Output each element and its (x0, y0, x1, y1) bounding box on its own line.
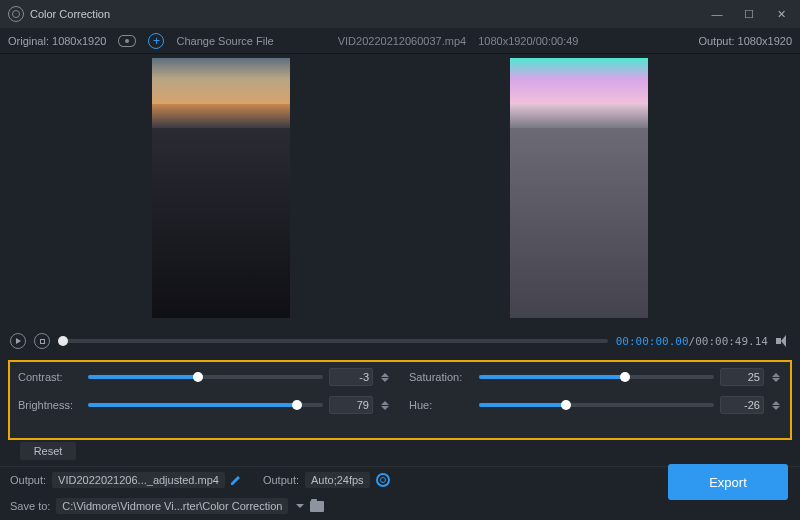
title-bar: Color Correction — ☐ ✕ (0, 0, 800, 28)
output-settings-field[interactable]: Auto;24fps (305, 472, 370, 488)
hue-spinner[interactable] (772, 401, 782, 410)
contrast-spinner[interactable] (381, 373, 391, 382)
minimize-button[interactable]: — (710, 8, 724, 21)
window-title: Color Correction (30, 8, 110, 20)
hue-slider[interactable] (479, 403, 714, 407)
preview-toggle-icon[interactable] (118, 35, 136, 47)
maximize-button[interactable]: ☐ (742, 8, 756, 21)
timeline-track[interactable] (58, 339, 608, 343)
original-dimensions-label: Original: 1080x1920 (8, 35, 106, 47)
adjusted-preview (510, 58, 648, 318)
contrast-thumb[interactable] (193, 372, 203, 382)
hue-thumb[interactable] (561, 400, 571, 410)
current-time: 00:00:00.00 (616, 335, 689, 348)
brightness-label: Brightness: (18, 399, 82, 411)
contrast-value[interactable]: -3 (329, 368, 373, 386)
color-controls-panel: Contrast: -3 Saturation: 25 Brightness: (8, 360, 792, 440)
saturation-thumb[interactable] (620, 372, 630, 382)
output-dimensions-label: Output: 1080x1920 (698, 35, 792, 47)
output-settings-icon[interactable] (376, 473, 390, 487)
saturation-label: Saturation: (409, 371, 473, 383)
transport-bar: 00:00:00.00/00:00:49.14 (0, 326, 800, 356)
duration: /00:00:49.14 (689, 335, 768, 348)
preview-area (0, 54, 800, 326)
output-settings-label: Output: (263, 474, 299, 486)
play-button[interactable] (10, 333, 26, 349)
output-filename-text: VID2022021206..._adjusted.mp4 (58, 474, 219, 486)
contrast-slider[interactable] (88, 375, 323, 379)
saturation-row: Saturation: 25 (409, 368, 782, 386)
save-path-dropdown-icon[interactable] (296, 504, 304, 508)
stop-button[interactable] (34, 333, 50, 349)
volume-icon[interactable] (776, 335, 790, 347)
hue-row: Hue: -26 (409, 396, 782, 414)
output-filename-label: Output: (10, 474, 46, 486)
brightness-thumb[interactable] (292, 400, 302, 410)
output-settings-text: Auto;24fps (311, 474, 364, 486)
contrast-row: Contrast: -3 (18, 368, 391, 386)
edit-filename-icon[interactable] (231, 475, 241, 485)
hue-value[interactable]: -26 (720, 396, 764, 414)
original-preview (152, 58, 290, 318)
window-controls: — ☐ ✕ (710, 8, 792, 21)
app-icon (8, 6, 24, 22)
output-filename-field[interactable]: VID2022021206..._adjusted.mp4 (52, 472, 225, 488)
close-button[interactable]: ✕ (774, 8, 788, 21)
hue-label: Hue: (409, 399, 473, 411)
timecode: 00:00:00.00/00:00:49.14 (616, 335, 768, 348)
contrast-label: Contrast: (18, 371, 82, 383)
add-source-icon[interactable]: + (148, 33, 164, 49)
saturation-spinner[interactable] (772, 373, 782, 382)
export-button[interactable]: Export (668, 464, 788, 500)
open-folder-icon[interactable] (310, 501, 324, 512)
save-to-label: Save to: (10, 500, 50, 512)
saturation-slider[interactable] (479, 375, 714, 379)
file-info-bar: Original: 1080x1920 + Change Source File… (0, 28, 800, 54)
source-file-meta: 1080x1920/00:00:49 (478, 35, 578, 47)
brightness-value[interactable]: 79 (329, 396, 373, 414)
saturation-value[interactable]: 25 (720, 368, 764, 386)
brightness-row: Brightness: 79 (18, 396, 391, 414)
brightness-slider[interactable] (88, 403, 323, 407)
save-path-field[interactable]: C:\Vidmore\Vidmore Vi...rter\Color Corre… (56, 498, 288, 514)
playhead[interactable] (58, 336, 68, 346)
source-file-name: VID20220212060037.mp4 (338, 35, 466, 47)
brightness-spinner[interactable] (381, 401, 391, 410)
change-source-button[interactable]: Change Source File (176, 35, 273, 47)
reset-button[interactable]: Reset (20, 442, 76, 460)
